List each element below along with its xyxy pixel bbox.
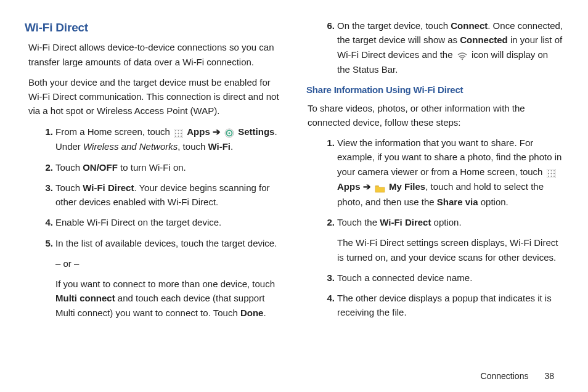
heading-share-info: Share Information Using Wi-Fi Direct bbox=[306, 83, 563, 97]
folder-icon bbox=[375, 181, 385, 195]
apps-grid-icon bbox=[547, 165, 556, 179]
svg-point-21 bbox=[548, 176, 549, 177]
svg-point-2 bbox=[178, 130, 179, 131]
left-steps: From a Home screen, touch Apps ➔ Setting… bbox=[42, 125, 282, 320]
right-continued-steps: On the target device, touch Connect. Onc… bbox=[324, 18, 563, 76]
svg-point-7 bbox=[175, 136, 176, 137]
share-step-4: The other device displays a popup that i… bbox=[324, 291, 563, 320]
page-footer: Connections38 bbox=[481, 371, 554, 381]
footer-page-number: 38 bbox=[544, 371, 554, 381]
share-step-1: View the information that you want to sh… bbox=[324, 136, 563, 209]
svg-point-5 bbox=[178, 133, 179, 134]
footer-section: Connections bbox=[481, 371, 529, 381]
intro-paragraph-1: Wi-Fi Direct allows device-to-device con… bbox=[28, 40, 282, 69]
svg-point-3 bbox=[181, 130, 182, 131]
heading-wifi-direct: Wi-Fi Direct bbox=[25, 18, 282, 36]
svg-point-18 bbox=[548, 173, 549, 174]
svg-point-13 bbox=[462, 59, 463, 60]
svg-point-22 bbox=[550, 176, 552, 177]
apps-grid-icon bbox=[174, 125, 183, 139]
left-column: Wi-Fi Direct Wi-Fi Direct allows device-… bbox=[25, 18, 282, 361]
intro-paragraph-2: Both your device and the target device m… bbox=[28, 75, 282, 118]
svg-point-6 bbox=[181, 133, 182, 134]
step-3: Touch Wi-Fi Direct. Your device begins s… bbox=[42, 181, 282, 210]
step-1: From a Home screen, touch Apps ➔ Setting… bbox=[42, 125, 282, 154]
svg-point-19 bbox=[550, 173, 552, 174]
svg-point-16 bbox=[550, 170, 552, 171]
svg-point-1 bbox=[175, 130, 176, 131]
step5-alt: If you want to connect to more than one … bbox=[55, 277, 282, 320]
step-4: Enable Wi-Fi Direct on the target device… bbox=[42, 215, 282, 229]
wifi-icon bbox=[457, 48, 468, 62]
svg-point-4 bbox=[175, 133, 176, 134]
svg-point-12 bbox=[229, 133, 231, 134]
right-column: On the target device, touch Connect. Onc… bbox=[306, 18, 563, 361]
share-step-3: Touch a connected device name. bbox=[324, 271, 563, 285]
share-steps: View the information that you want to sh… bbox=[324, 136, 563, 320]
svg-point-15 bbox=[548, 170, 549, 171]
share-step-2-detail: The Wi-Fi Direct settings screen display… bbox=[337, 235, 563, 264]
svg-point-17 bbox=[553, 170, 555, 171]
svg-point-9 bbox=[181, 136, 182, 137]
step-5: In the list of available devices, touch … bbox=[42, 236, 282, 320]
svg-point-23 bbox=[553, 176, 555, 177]
step5-or: – or – bbox=[55, 256, 282, 271]
settings-gear-icon bbox=[224, 125, 234, 139]
share-step-2: Touch the Wi-Fi Direct option. The Wi-Fi… bbox=[324, 215, 563, 264]
svg-point-20 bbox=[553, 173, 555, 174]
step-6: On the target device, touch Connect. Onc… bbox=[324, 18, 563, 76]
svg-point-8 bbox=[178, 136, 179, 137]
step-2: Touch ON/OFF to turn Wi-Fi on. bbox=[42, 160, 282, 174]
share-intro: To share videos, photos, or other inform… bbox=[308, 101, 563, 130]
